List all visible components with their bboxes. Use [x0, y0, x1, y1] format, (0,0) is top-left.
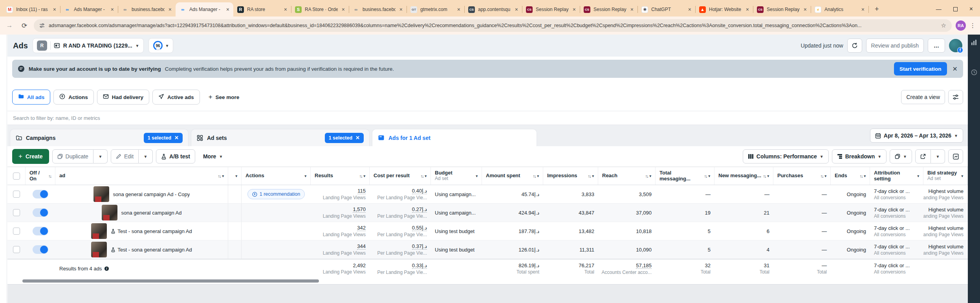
tab-close-icon[interactable]: ×	[803, 6, 808, 13]
column-header-new-messaging-[interactable]: New messaging...↑↓▾	[714, 167, 773, 185]
browser-tab[interactable]: ∞business.facebo×	[349, 2, 407, 17]
tab-close-icon[interactable]: ×	[687, 6, 692, 13]
more-button[interactable]: More▼	[198, 149, 227, 163]
column-header-ad[interactable]: ad↑↓▾	[55, 167, 228, 185]
account-score-button[interactable]: 96 ▼	[148, 38, 174, 53]
tab-close-icon[interactable]: ×	[168, 6, 172, 13]
ad-on-off-toggle[interactable]	[33, 208, 48, 217]
tab-close-icon[interactable]: ×	[110, 6, 115, 13]
charts-icon[interactable]	[971, 39, 977, 46]
column-menu-icon[interactable]: ▾	[917, 174, 919, 178]
column-header-amount-spent[interactable]: Amount spent↑↓▾	[482, 167, 543, 185]
column-menu-icon[interactable]: ▾	[824, 174, 826, 178]
sort-icon[interactable]: ↑↓	[218, 174, 220, 178]
cost-per-result-value[interactable]: 0.27د.إ	[412, 206, 427, 213]
browser-tab[interactable]: CSSession Replay×	[522, 2, 580, 17]
summary-reach-value[interactable]: 57,185	[636, 263, 652, 269]
cost-per-result-value[interactable]: 0.55د.إ	[412, 225, 427, 231]
sort-icon[interactable]: ↑↓	[588, 174, 590, 178]
row-checkbox[interactable]	[13, 191, 20, 198]
sort-icon[interactable]: ↑↓	[533, 174, 535, 178]
ad-sets-selected-badge[interactable]: 1 selected ✕	[325, 133, 364, 143]
tab-campaigns[interactable]: ▲ Campaigns 1 selected ✕	[10, 129, 189, 146]
breakdown-button[interactable]: Breakdown▼	[832, 149, 887, 163]
tab-close-icon[interactable]: ×	[456, 6, 461, 13]
columns-button[interactable]: Columns: Performance▼	[743, 149, 829, 163]
refresh-data-button[interactable]	[847, 39, 862, 53]
close-icon[interactable]: ×	[969, 6, 973, 13]
bookmark-star-icon[interactable]: ☆	[941, 22, 946, 29]
sort-icon[interactable]: ↑↓	[859, 174, 862, 178]
cost-per-result-value[interactable]: 0.37د.إ	[412, 243, 427, 250]
results-value[interactable]: 1,570	[353, 206, 366, 213]
search-input[interactable]: Search to filter by: name, ID or metrics	[13, 115, 962, 121]
row-checkbox[interactable]	[13, 246, 20, 253]
duplicate-button[interactable]: Duplicate	[52, 149, 93, 163]
browser-tab[interactable]: ▲Hotjar: Website×	[695, 2, 753, 17]
browser-tab[interactable]: RRA store×	[233, 2, 291, 17]
column-header-3[interactable]: ▾	[228, 167, 242, 185]
column-header-cost-per-result[interactable]: Cost per result↑↓▾	[370, 167, 431, 185]
column-header-ends[interactable]: Ends↑↓▾	[831, 167, 870, 185]
tab-close-icon[interactable]: ×	[399, 6, 403, 13]
open-charts-button[interactable]	[948, 149, 963, 163]
tab-close-icon[interactable]: ×	[225, 6, 230, 13]
column-menu-icon[interactable]: ▾	[708, 174, 710, 178]
date-range-picker[interactable]: Apr 8, 2026 – Apr 13, 2026 ▼	[870, 129, 963, 143]
export-button[interactable]	[915, 149, 931, 163]
sort-icon[interactable]: ↑↓	[645, 174, 648, 178]
cost-per-result-value[interactable]: 0.40د.إ	[412, 188, 427, 194]
browser-tab[interactable]: ılAnalytics×	[811, 2, 868, 17]
browser-tab[interactable]: ∞business.facebo×	[118, 2, 176, 17]
results-value[interactable]: 115	[357, 188, 366, 194]
ad-name-link[interactable]: Test - sona general campaign Ad	[111, 247, 192, 253]
column-menu-icon[interactable]: ▾	[304, 174, 306, 178]
sort-icon[interactable]: ↑↓	[820, 174, 823, 178]
browser-tab[interactable]: ✳ChatGPT×	[637, 2, 695, 17]
column-menu-icon[interactable]: ▾	[537, 174, 539, 178]
column-header-0[interactable]	[7, 167, 26, 185]
sort-icon[interactable]: ↑↓	[704, 174, 707, 178]
row-checkbox[interactable]	[13, 209, 20, 216]
column-header-total-messaging-[interactable]: Total messaging...↑↓▾	[656, 167, 714, 185]
sort-icon[interactable]: ↑↓	[763, 174, 766, 178]
select-all-checkbox[interactable]	[13, 173, 20, 180]
row-checkbox[interactable]	[13, 228, 20, 235]
reports-button[interactable]: ▼	[890, 149, 912, 163]
ad-name-link[interactable]: sona general campaign Ad - Copy	[113, 191, 190, 197]
sort-icon[interactable]: ↑↓	[359, 174, 362, 178]
browser-tab[interactable]: CSSession Replay×	[580, 2, 637, 17]
column-header-actions[interactable]: Actions▾	[242, 167, 311, 185]
browser-tab[interactable]: GTgtmetrix.com×	[407, 2, 464, 17]
column-header-budget[interactable]: BudgetAd set▾	[431, 167, 482, 185]
tab-close-icon[interactable]: ×	[514, 6, 519, 13]
tab-ad-sets[interactable]: Ad sets 1 selected ✕	[191, 129, 370, 146]
account-selector[interactable]: R R AND A TRADING (1229... ▼	[33, 38, 144, 53]
column-header-impressions[interactable]: Impressions↑↓▾	[543, 167, 598, 185]
tab-close-icon[interactable]: ×	[572, 6, 577, 13]
export-caret-button[interactable]: ▼	[931, 149, 945, 163]
banner-close-icon[interactable]: ✕	[953, 65, 958, 73]
review-and-publish-button[interactable]: Review and publish	[866, 39, 924, 53]
column-header-attribution-setting[interactable]: Attribution setting▾	[870, 167, 923, 185]
filter-chip-all-ads[interactable]: All ads	[12, 90, 50, 105]
column-menu-icon[interactable]: ▾	[476, 174, 478, 178]
tab-ads[interactable]: Ads for 1 Ad set	[372, 129, 537, 146]
column-menu-icon[interactable]: ▾	[425, 174, 427, 178]
ad-name-link[interactable]: Test - sona general campaign Ad	[111, 228, 192, 234]
clear-selection-icon[interactable]: ✕	[355, 135, 360, 141]
tab-close-icon[interactable]: ×	[630, 6, 634, 13]
history-clock-icon[interactable]	[971, 69, 977, 75]
edit-caret-button[interactable]: ▼	[139, 149, 153, 163]
sort-icon[interactable]: ↑↓	[48, 174, 51, 178]
browser-tab[interactable]: ∞Ads Manager -×	[60, 2, 118, 17]
column-menu-icon[interactable]: ▾	[864, 174, 866, 178]
duplicate-caret-button[interactable]: ▼	[93, 149, 108, 163]
site-settings-icon[interactable]	[39, 23, 45, 28]
more-options-button[interactable]: …	[928, 39, 945, 53]
browser-tab[interactable]: ∞Ads Manager -×	[176, 2, 233, 17]
back-icon[interactable]: →	[4, 22, 15, 29]
ad-on-off-toggle[interactable]	[33, 190, 48, 198]
clear-selection-icon[interactable]: ✕	[174, 135, 179, 141]
browser-tab[interactable]: MInbox (11) - ras×	[2, 2, 60, 17]
